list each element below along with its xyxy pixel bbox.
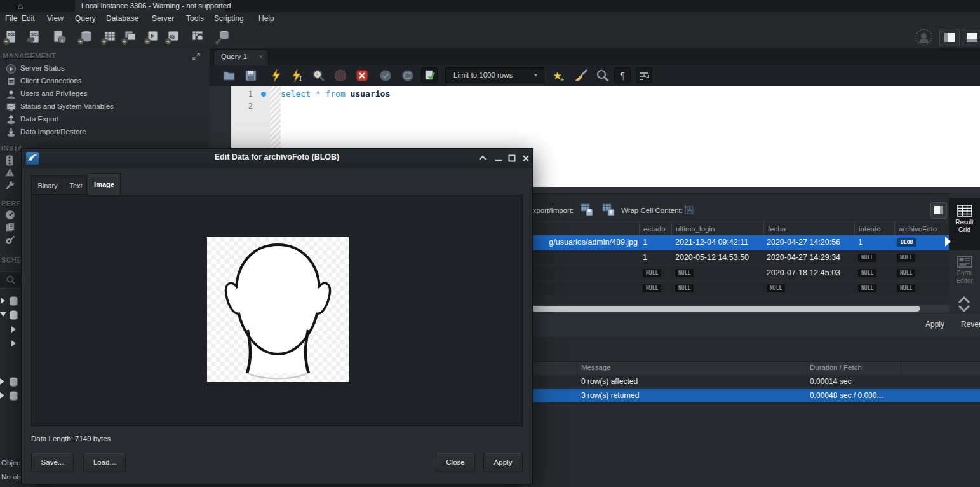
import-recordset-icon[interactable] — [602, 203, 615, 216]
chevron-up-icon[interactable] — [958, 296, 970, 304]
menu-edit[interactable]: Edit — [22, 12, 35, 25]
account-icon[interactable] — [915, 29, 932, 46]
export-recordset-icon[interactable] — [581, 203, 593, 216]
chevron-down-icon[interactable] — [958, 305, 970, 312]
column-header-intento[interactable]: intento — [854, 222, 894, 236]
stop-query-icon[interactable] — [333, 69, 347, 83]
expand-arrow-icon[interactable] — [0, 378, 4, 385]
tab-close-icon[interactable]: × — [259, 53, 263, 60]
new-sql-script-icon[interactable]: SQL+ — [3, 29, 19, 45]
collapse-arrow-icon[interactable] — [0, 312, 6, 317]
wrap-cell-content-icon[interactable]: A — [683, 205, 694, 215]
create-procedure-icon[interactable]: + — [144, 29, 161, 45]
expand-arrow-icon[interactable] — [1, 298, 5, 304]
execute-query-icon[interactable] — [269, 69, 283, 83]
create-view-icon[interactable]: + — [121, 29, 138, 45]
toggle-autocommit-button[interactable] — [421, 67, 438, 83]
sidebar-item-server-status[interactable]: Server Status — [0, 63, 210, 76]
save-button[interactable]: Save... — [31, 453, 74, 472]
sidebar-item-data-import[interactable]: Data Import/Restore — [0, 127, 210, 139]
server-logs-icon[interactable] — [5, 168, 15, 177]
inspector-icon[interactable]: i — [51, 29, 67, 45]
options-file-icon[interactable] — [5, 181, 15, 190]
save-snippet-icon[interactable]: ★+ — [552, 69, 566, 83]
toggle-left-panel-button[interactable] — [939, 29, 960, 46]
cell-ultimo-login[interactable]: NULL — [675, 266, 763, 280]
menu-query[interactable]: Query — [75, 12, 96, 25]
cell-fecha[interactable]: 2020-07-18 12:45:03 — [767, 266, 854, 280]
startup-shutdown-icon[interactable] — [6, 155, 13, 166]
close-button[interactable]: Close — [436, 453, 475, 472]
tab-query-1[interactable]: Query 1 × — [213, 50, 269, 65]
create-function-icon[interactable]: f()+ — [165, 29, 182, 45]
cell-intento[interactable]: NULL — [858, 266, 894, 280]
dialog-titlebar[interactable]: Edit Data for archivoFoto (BLOB) — [22, 149, 532, 168]
cell-intento[interactable]: 1 — [858, 235, 894, 250]
code-line-1[interactable]: select * from usuarios — [281, 89, 390, 99]
tab-form-editor[interactable]: Form Editor — [949, 250, 980, 295]
cell-estado[interactable]: NULL — [643, 266, 671, 280]
menu-help[interactable]: Help — [258, 12, 274, 25]
sidebar-item-users-privileges[interactable]: Users and Privileges — [0, 88, 210, 101]
connection-tab-close-icon[interactable]: × — [216, 0, 220, 12]
menu-database[interactable]: Database — [106, 12, 138, 25]
home-icon[interactable]: ⌂ — [18, 1, 23, 11]
cell-fecha[interactable]: 2020-04-27 14:29:34 — [767, 250, 854, 265]
cell-ultimo-login[interactable]: 2020-05-12 14:53:50 — [675, 250, 763, 265]
menu-view[interactable]: View — [47, 12, 64, 25]
preview-panel-button[interactable] — [930, 202, 947, 219]
cell-estado[interactable]: NULL — [643, 281, 671, 296]
tab-result-grid[interactable]: Result Grid — [949, 198, 980, 250]
cell-intento[interactable]: NULL — [858, 281, 894, 296]
expand-arrow-icon[interactable] — [11, 326, 16, 333]
search-table-data-icon[interactable] — [190, 29, 206, 45]
load-button[interactable]: Load... — [83, 453, 126, 472]
revert-button[interactable]: Revert — [961, 320, 980, 329]
toggle-invisibles-button[interactable]: ¶ — [614, 67, 631, 83]
toggle-bottom-panel-button[interactable] — [962, 29, 980, 46]
cell-fecha[interactable]: NULL — [767, 281, 854, 296]
cell-estado[interactable]: 1 — [643, 250, 671, 265]
cell-intento[interactable]: NULL — [858, 250, 894, 265]
sidebar-item-status-system-variables[interactable]: Status and System Variables — [0, 101, 210, 114]
menu-file[interactable]: File — [5, 12, 17, 25]
menu-scripting[interactable]: Scripting — [214, 12, 244, 25]
dashboard-icon[interactable] — [5, 210, 15, 220]
cell-ultimo-login[interactable]: NULL — [675, 281, 763, 296]
sidebar-item-data-export[interactable]: Data Export — [0, 114, 210, 127]
object-info-tab[interactable]: Objec — [1, 459, 20, 467]
sidebar-item-client-connections[interactable]: Client Connections — [0, 76, 210, 88]
performance-setup-icon[interactable] — [5, 235, 15, 245]
section-schemas[interactable]: SCHE — [1, 256, 22, 264]
expand-section-icon[interactable] — [192, 53, 200, 60]
section-performance[interactable]: PERF — [1, 200, 21, 207]
section-instance[interactable]: INSTA — [1, 144, 23, 152]
open-file-icon[interactable] — [222, 69, 236, 83]
cell-archivofoto[interactable]: NULL — [897, 266, 949, 280]
find-icon[interactable] — [596, 69, 610, 83]
commit-icon[interactable] — [379, 69, 393, 83]
expand-arrow-icon[interactable] — [11, 340, 16, 346]
open-sql-script-icon[interactable]: SQL — [25, 29, 41, 45]
collapse-panel-icon[interactable] — [945, 237, 951, 247]
limit-rows-dropdown[interactable]: Limit to 1000 rows ▾ — [445, 67, 544, 83]
column-header-archivofoto[interactable]: archivoFoto — [894, 222, 949, 236]
column-header-ultimo-login[interactable]: ultimo_login — [671, 222, 763, 236]
cell-estado[interactable]: 1 — [643, 235, 671, 250]
section-management[interactable]: MANAGEMENT — [3, 52, 56, 60]
performance-reports-icon[interactable] — [5, 223, 15, 233]
reconnect-dbms-icon[interactable] — [215, 29, 231, 45]
apply-button[interactable]: Apply — [483, 453, 523, 472]
beautify-script-icon[interactable] — [574, 69, 588, 83]
execute-current-statement-icon[interactable] — [290, 69, 304, 83]
cell-archivofoto[interactable]: NULL — [897, 281, 949, 296]
cell-fecha[interactable]: 2020-04-27 14:20:56 — [767, 235, 854, 250]
explain-plan-icon[interactable] — [312, 69, 326, 83]
minimize-window-icon[interactable] — [493, 153, 504, 163]
column-header-estado[interactable]: estado — [639, 222, 671, 236]
tab-binary[interactable]: Binary — [31, 175, 64, 195]
toggle-word-wrap-button[interactable] — [636, 67, 652, 83]
output-column-duration[interactable]: Duration / Fetch — [810, 364, 862, 371]
tab-image[interactable]: Image — [88, 173, 121, 195]
save-file-icon[interactable] — [244, 69, 258, 83]
